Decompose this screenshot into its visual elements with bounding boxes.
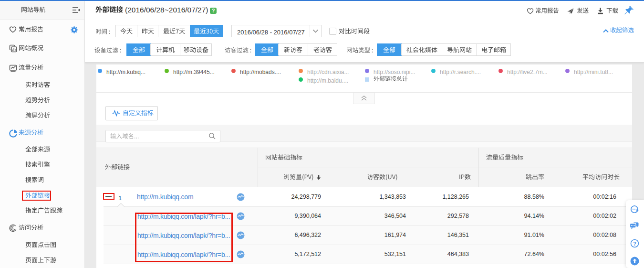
svg-text:?: ? — [633, 241, 636, 247]
